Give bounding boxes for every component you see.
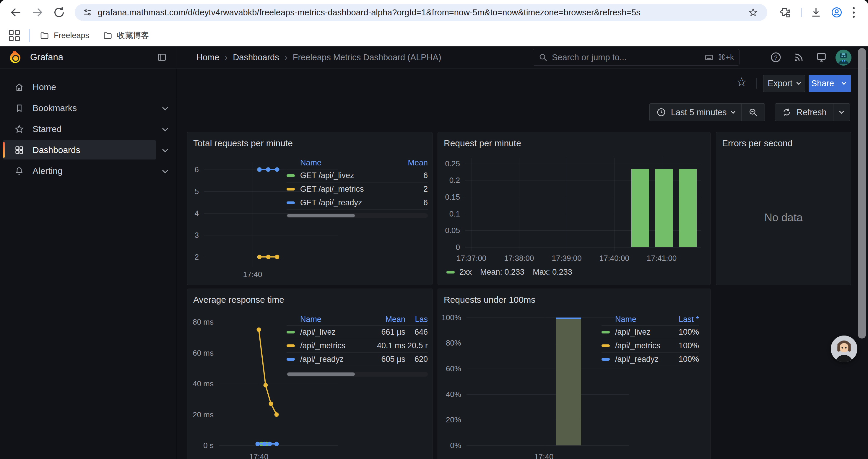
refresh-button[interactable]: Refresh bbox=[775, 104, 833, 121]
bookmark-icon bbox=[14, 103, 24, 113]
legend-header-last[interactable]: Last * bbox=[670, 315, 699, 324]
forward-icon[interactable] bbox=[31, 6, 44, 19]
kiosk-monitor-icon[interactable] bbox=[815, 52, 827, 63]
apps-grid-icon[interactable] bbox=[9, 30, 20, 41]
legend-row[interactable]: /api/_metrics 40.1 ms 20.5 r bbox=[286, 339, 428, 353]
bar-chart[interactable]: 0.250.20.150.10.05017:37:0017:38:0017:39… bbox=[465, 158, 701, 251]
legend-header-name[interactable]: Name bbox=[601, 315, 670, 324]
site-settings-icon[interactable] bbox=[83, 8, 92, 17]
sidebar-toggle-icon[interactable] bbox=[157, 52, 167, 63]
page-scrollbar-thumb[interactable] bbox=[858, 48, 866, 338]
series-name: /api/_metrics bbox=[300, 341, 367, 350]
chevron-down-icon[interactable] bbox=[162, 104, 168, 110]
extensions-icon[interactable] bbox=[779, 6, 791, 18]
panel-title[interactable]: Errors per second bbox=[722, 138, 793, 148]
zoom-out-button[interactable] bbox=[741, 104, 765, 121]
share-menu-button[interactable] bbox=[837, 75, 851, 92]
y-axis-label: 0% bbox=[450, 441, 461, 450]
y-axis-label: 80 ms bbox=[193, 317, 214, 326]
panel-title[interactable]: Requests under 100ms bbox=[444, 295, 535, 305]
legend-row[interactable]: /api/_metrics 100% bbox=[601, 339, 699, 353]
y-axis-label: 0.15 bbox=[445, 193, 460, 202]
bookmark-star-icon[interactable] bbox=[748, 8, 758, 17]
series-name: /api/_livez bbox=[615, 328, 670, 337]
series-name: 2xx bbox=[459, 268, 472, 277]
legend-header: Name Mean bbox=[286, 157, 428, 169]
legend-scrollbar[interactable] bbox=[286, 213, 428, 218]
legend-header-last[interactable]: Las bbox=[405, 315, 428, 324]
y-axis-label: 80% bbox=[446, 338, 461, 348]
refresh-interval-button[interactable] bbox=[833, 104, 850, 121]
share-label: Share bbox=[809, 78, 837, 88]
chevron-down-icon bbox=[839, 109, 844, 114]
legend-header-name[interactable]: Name bbox=[286, 315, 367, 324]
news-rss-icon[interactable] bbox=[793, 52, 805, 63]
search-box[interactable]: ⌘+k bbox=[533, 49, 740, 66]
breadcrumb-home[interactable]: Home bbox=[196, 53, 219, 62]
favorite-star-icon[interactable]: ☆ bbox=[735, 76, 748, 89]
panel-title[interactable]: Request per minute bbox=[444, 138, 521, 148]
legend-row[interactable]: /api/_livez 100% bbox=[601, 326, 699, 339]
legend-header-mean[interactable]: Mean bbox=[367, 315, 405, 324]
back-icon[interactable] bbox=[9, 6, 23, 19]
legend-scrollbar[interactable] bbox=[286, 372, 428, 376]
series-last: 20.5 r bbox=[405, 341, 428, 350]
browser-menu-icon[interactable] bbox=[852, 7, 855, 18]
time-range-picker[interactable]: Last 5 minutes bbox=[650, 104, 741, 121]
y-gridline bbox=[465, 247, 701, 248]
series-mean: 6 bbox=[404, 198, 428, 207]
search-input[interactable] bbox=[552, 53, 700, 62]
legend-item[interactable]: 2xx bbox=[446, 268, 472, 277]
y-gridline bbox=[466, 420, 629, 420]
x-gridline bbox=[614, 158, 615, 251]
legend-scrollbar-thumb[interactable] bbox=[287, 372, 355, 376]
panel-title[interactable]: Total requests per minute bbox=[193, 138, 293, 148]
bookmark-folder-freeleaps[interactable]: Freeleaps bbox=[35, 28, 94, 43]
legend-header: Name Last * bbox=[601, 314, 699, 326]
sidebar-item-alerting[interactable]: Alerting bbox=[0, 161, 176, 181]
legend-scrollbar-thumb[interactable] bbox=[287, 214, 355, 218]
bookmark-folder-blogs[interactable]: 收藏博客 bbox=[98, 28, 154, 43]
legend-row[interactable]: /api/_livez 661 µs 646 bbox=[286, 326, 428, 339]
address-bar[interactable] bbox=[75, 4, 767, 21]
series-mean: 661 µs bbox=[367, 328, 405, 337]
chevron-down-icon[interactable] bbox=[162, 146, 168, 153]
floating-assistant-avatar[interactable] bbox=[831, 335, 857, 362]
reload-icon[interactable] bbox=[53, 6, 66, 19]
series-color-pill bbox=[286, 174, 295, 177]
sidebar-item-bookmarks[interactable]: Bookmarks bbox=[0, 98, 176, 118]
panel-title[interactable]: Average response time bbox=[193, 295, 284, 305]
bar bbox=[631, 169, 649, 247]
legend-row[interactable]: GET /api/_metrics 2 bbox=[286, 183, 428, 196]
legend-row[interactable]: GET /api/_livez 6 bbox=[286, 169, 428, 183]
legend: 2xx Mean: 0.233 Max: 0.233 bbox=[446, 268, 572, 277]
chevron-down-icon[interactable] bbox=[162, 126, 168, 131]
folder-icon bbox=[103, 30, 113, 40]
legend-row[interactable]: /api/_readyz 605 µs 620 bbox=[286, 353, 428, 366]
profile-icon[interactable] bbox=[831, 6, 843, 18]
breadcrumb-dashboards[interactable]: Dashboards bbox=[233, 53, 279, 62]
legend-header-mean[interactable]: Mean bbox=[404, 158, 428, 167]
downloads-icon[interactable] bbox=[810, 6, 822, 18]
export-button[interactable]: Export bbox=[763, 75, 805, 92]
legend-header-name[interactable]: Name bbox=[286, 158, 404, 167]
help-icon[interactable]: ? bbox=[770, 52, 782, 63]
sidebar-item-starred[interactable]: Starred bbox=[0, 119, 176, 138]
legend-row[interactable]: /api/_readyz 100% bbox=[601, 353, 699, 366]
share-button[interactable]: Share bbox=[809, 75, 851, 92]
series-name: /api/_metrics bbox=[615, 341, 670, 350]
search-icon bbox=[538, 53, 548, 62]
grafana-brand: Grafana bbox=[30, 52, 63, 63]
y-axis-label: 4 bbox=[195, 208, 199, 218]
legend-row[interactable]: GET /api/_readyz 6 bbox=[286, 196, 428, 210]
x-axis-label: 17:40 bbox=[249, 452, 268, 459]
zoom-out-icon bbox=[748, 107, 758, 117]
dashboard-canvas: Total requests per minute 6543217:40 Nam… bbox=[177, 123, 868, 459]
grafana-logo-icon[interactable] bbox=[9, 50, 23, 64]
url-input[interactable] bbox=[98, 4, 742, 21]
user-avatar[interactable] bbox=[836, 50, 851, 66]
sidebar-item-home[interactable]: Home bbox=[0, 77, 176, 97]
sidebar-item-dashboards[interactable]: Dashboards bbox=[0, 140, 176, 160]
series-mean-stat: Mean: 0.233 bbox=[480, 268, 524, 277]
chevron-down-icon[interactable] bbox=[162, 167, 168, 173]
